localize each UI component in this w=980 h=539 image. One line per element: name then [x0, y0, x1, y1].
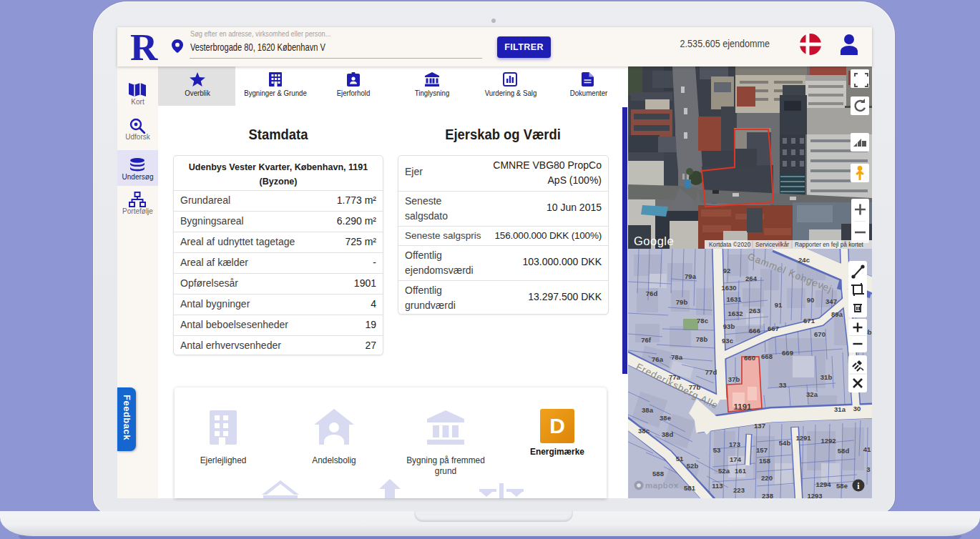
svg-text:670: 670 [814, 330, 825, 338]
svg-text:667: 667 [768, 325, 779, 332]
svg-text:1293: 1293 [807, 492, 822, 498]
svg-text:1631: 1631 [726, 295, 742, 303]
svg-text:1632: 1632 [727, 310, 743, 317]
svg-text:671: 671 [803, 317, 815, 325]
svg-text:Kortdata ©2020: Kortdata ©2020 [709, 241, 751, 248]
svg-text:77d: 77d [705, 368, 717, 376]
svg-text:161: 161 [735, 467, 747, 475]
svg-text:1630: 1630 [721, 284, 736, 292]
svg-text:37b: 37b [728, 375, 740, 383]
svg-text:1291: 1291 [795, 434, 811, 442]
svg-text:1294: 1294 [815, 480, 831, 488]
svg-text:76f: 76f [641, 336, 652, 344]
svg-text:137: 137 [754, 422, 765, 430]
svg-text:31a: 31a [834, 405, 846, 413]
svg-text:666: 666 [749, 327, 760, 335]
svg-text:1292: 1292 [820, 437, 836, 445]
svg-text:347: 347 [825, 297, 837, 305]
svg-text:92: 92 [723, 267, 731, 275]
svg-text:38d: 38d [662, 430, 674, 438]
svg-text:52b: 52b [687, 462, 699, 470]
svg-text:54b: 54b [779, 439, 791, 447]
svg-text:51: 51 [676, 455, 684, 463]
svg-text:173: 173 [729, 440, 740, 448]
svg-text:79a: 79a [685, 272, 697, 280]
svg-text:38a: 38a [642, 406, 654, 414]
svg-text:1191: 1191 [734, 402, 753, 411]
svg-text:668: 668 [761, 352, 773, 360]
svg-text:264: 264 [745, 275, 758, 282]
svg-text:mapbox: mapbox [645, 481, 679, 490]
svg-text:238: 238 [762, 492, 773, 498]
svg-text:53: 53 [713, 446, 721, 454]
svg-text:Servicevilkår: Servicevilkår [755, 241, 789, 248]
svg-text:263: 263 [749, 307, 760, 315]
svg-text:174: 174 [730, 455, 742, 463]
svg-text:93b: 93b [723, 322, 735, 330]
svg-text:89a: 89a [831, 310, 843, 318]
svg-text:78a: 78a [671, 353, 683, 361]
svg-text:588: 588 [652, 470, 664, 478]
svg-text:38c: 38c [638, 427, 650, 435]
svg-text:220: 220 [761, 474, 773, 482]
svg-text:31b: 31b [820, 373, 833, 381]
svg-text:38e: 38e [660, 414, 671, 422]
svg-text:93c: 93c [722, 337, 733, 345]
svg-text:3: 3 [866, 465, 870, 473]
svg-text:581: 581 [684, 484, 696, 492]
svg-text:78c: 78c [697, 317, 708, 325]
svg-text:33: 33 [779, 381, 787, 389]
svg-text:158: 158 [759, 457, 770, 465]
svg-text:113: 113 [712, 482, 722, 490]
svg-text:52a: 52a [718, 467, 730, 475]
svg-text:157: 157 [756, 446, 768, 454]
svg-text:79b: 79b [676, 298, 688, 306]
svg-text:Rapporter en fejl på kortet: Rapporter en fejl på kortet [795, 241, 864, 248]
svg-text:78b: 78b [696, 335, 708, 343]
svg-text:58e: 58e [836, 482, 848, 490]
svg-text:58d: 58d [838, 447, 850, 455]
svg-text:30: 30 [853, 405, 861, 412]
svg-text:24c: 24c [798, 256, 810, 264]
svg-text:41: 41 [863, 445, 871, 453]
svg-text:Google: Google [634, 234, 674, 247]
svg-text:660: 660 [744, 354, 755, 362]
svg-text:223: 223 [733, 486, 745, 494]
svg-text:76d: 76d [646, 290, 658, 297]
svg-text:32a: 32a [806, 390, 818, 398]
svg-text:76a: 76a [652, 355, 664, 363]
svg-text:91: 91 [775, 301, 783, 309]
svg-text:90: 90 [807, 296, 815, 304]
svg-text:669: 669 [782, 349, 793, 357]
